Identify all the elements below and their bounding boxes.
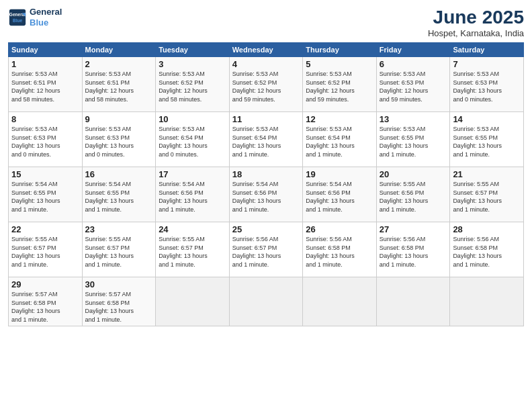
day-number: 10 xyxy=(159,114,226,124)
day-number: 15 xyxy=(11,169,79,179)
day-number: 11 xyxy=(232,114,300,124)
list-item: 24Sunrise: 5:55 AM Sunset: 6:57 PM Dayli… xyxy=(156,222,230,277)
list-item: 22Sunrise: 5:55 AM Sunset: 6:57 PM Dayli… xyxy=(9,222,83,277)
list-item: 9Sunrise: 5:53 AM Sunset: 6:53 PM Daylig… xyxy=(82,112,156,167)
day-number: 4 xyxy=(232,59,300,69)
calendar-container: General Blue General Blue June 2025 Hosp… xyxy=(0,0,532,411)
location: Hospet, Karnataka, India xyxy=(428,28,524,38)
list-item: 2Sunrise: 5:53 AM Sunset: 6:51 PM Daylig… xyxy=(82,57,156,112)
list-item xyxy=(229,277,303,326)
col-thursday: Thursday xyxy=(303,43,377,57)
header-row: Sunday Monday Tuesday Wednesday Thursday… xyxy=(9,43,524,57)
day-info: Sunrise: 5:53 AM Sunset: 6:54 PM Dayligh… xyxy=(232,125,300,158)
col-friday: Friday xyxy=(376,43,450,57)
list-item xyxy=(303,277,377,326)
day-info: Sunrise: 5:53 AM Sunset: 6:53 PM Dayligh… xyxy=(453,70,521,103)
day-number: 23 xyxy=(85,224,153,234)
day-number: 3 xyxy=(159,59,226,69)
day-info: Sunrise: 5:53 AM Sunset: 6:51 PM Dayligh… xyxy=(85,70,153,103)
calendar-header: Sunday Monday Tuesday Wednesday Thursday… xyxy=(9,43,524,57)
day-number: 12 xyxy=(306,114,373,124)
list-item xyxy=(376,277,450,326)
day-info: Sunrise: 5:56 AM Sunset: 6:58 PM Dayligh… xyxy=(453,235,521,269)
day-info: Sunrise: 5:54 AM Sunset: 6:56 PM Dayligh… xyxy=(159,180,226,214)
col-monday: Monday xyxy=(82,43,156,57)
list-item: 6Sunrise: 5:53 AM Sunset: 6:53 PM Daylig… xyxy=(376,57,450,112)
list-item: 3Sunrise: 5:53 AM Sunset: 6:52 PM Daylig… xyxy=(156,57,230,112)
list-item xyxy=(156,277,230,326)
day-number: 14 xyxy=(453,114,521,124)
list-item: 11Sunrise: 5:53 AM Sunset: 6:54 PM Dayli… xyxy=(229,112,303,167)
logo-text: General Blue xyxy=(30,7,62,28)
list-item: 10Sunrise: 5:53 AM Sunset: 6:54 PM Dayli… xyxy=(156,112,230,167)
day-info: Sunrise: 5:57 AM Sunset: 6:58 PM Dayligh… xyxy=(11,290,79,324)
day-info: Sunrise: 5:53 AM Sunset: 6:54 PM Dayligh… xyxy=(306,125,373,158)
list-item: 7Sunrise: 5:53 AM Sunset: 6:53 PM Daylig… xyxy=(450,57,524,112)
day-number: 30 xyxy=(85,279,153,289)
day-number: 16 xyxy=(85,169,153,179)
day-info: Sunrise: 5:54 AM Sunset: 6:55 PM Dayligh… xyxy=(11,180,79,214)
day-number: 6 xyxy=(380,59,447,69)
day-number: 28 xyxy=(453,224,521,234)
logo-icon: General Blue xyxy=(8,8,27,27)
list-item: 26Sunrise: 5:56 AM Sunset: 6:58 PM Dayli… xyxy=(303,222,377,277)
list-item: 29Sunrise: 5:57 AM Sunset: 6:58 PM Dayli… xyxy=(9,277,83,326)
day-number: 26 xyxy=(306,224,373,234)
list-item: 12Sunrise: 5:53 AM Sunset: 6:54 PM Dayli… xyxy=(303,112,377,167)
list-item xyxy=(450,277,524,326)
list-item: 28Sunrise: 5:56 AM Sunset: 6:58 PM Dayli… xyxy=(450,222,524,277)
day-info: Sunrise: 5:53 AM Sunset: 6:52 PM Dayligh… xyxy=(232,70,300,103)
day-info: Sunrise: 5:54 AM Sunset: 6:55 PM Dayligh… xyxy=(85,180,153,214)
day-info: Sunrise: 5:53 AM Sunset: 6:55 PM Dayligh… xyxy=(453,125,521,158)
day-number: 17 xyxy=(159,169,226,179)
table-row: 15Sunrise: 5:54 AM Sunset: 6:55 PM Dayli… xyxy=(9,167,524,222)
day-info: Sunrise: 5:54 AM Sunset: 6:56 PM Dayligh… xyxy=(306,180,373,214)
list-item: 1Sunrise: 5:53 AM Sunset: 6:51 PM Daylig… xyxy=(9,57,83,112)
day-number: 25 xyxy=(232,224,300,234)
table-row: 8Sunrise: 5:53 AM Sunset: 6:53 PM Daylig… xyxy=(9,112,524,167)
list-item: 30Sunrise: 5:57 AM Sunset: 6:58 PM Dayli… xyxy=(82,277,156,326)
day-info: Sunrise: 5:53 AM Sunset: 6:53 PM Dayligh… xyxy=(85,125,153,158)
logo: General Blue General Blue xyxy=(8,7,62,28)
col-wednesday: Wednesday xyxy=(229,43,303,57)
day-number: 27 xyxy=(380,224,447,234)
list-item: 4Sunrise: 5:53 AM Sunset: 6:52 PM Daylig… xyxy=(229,57,303,112)
svg-text:Blue: Blue xyxy=(13,17,22,22)
logo-line1: General xyxy=(30,7,62,17)
col-tuesday: Tuesday xyxy=(156,43,230,57)
list-item: 13Sunrise: 5:53 AM Sunset: 6:55 PM Dayli… xyxy=(376,112,450,167)
day-number: 29 xyxy=(11,279,79,289)
day-number: 13 xyxy=(380,114,447,124)
table-row: 22Sunrise: 5:55 AM Sunset: 6:57 PM Dayli… xyxy=(9,222,524,277)
day-info: Sunrise: 5:56 AM Sunset: 6:58 PM Dayligh… xyxy=(380,235,447,269)
list-item: 8Sunrise: 5:53 AM Sunset: 6:53 PM Daylig… xyxy=(9,112,83,167)
day-info: Sunrise: 5:53 AM Sunset: 6:53 PM Dayligh… xyxy=(11,125,79,158)
list-item: 21Sunrise: 5:55 AM Sunset: 6:57 PM Dayli… xyxy=(450,167,524,222)
calendar-body: 1Sunrise: 5:53 AM Sunset: 6:51 PM Daylig… xyxy=(9,57,524,326)
calendar-table: Sunday Monday Tuesday Wednesday Thursday… xyxy=(8,42,524,326)
header: General Blue General Blue June 2025 Hosp… xyxy=(8,7,524,38)
day-number: 22 xyxy=(11,224,79,234)
logo-line2: Blue xyxy=(30,17,48,28)
day-info: Sunrise: 5:55 AM Sunset: 6:57 PM Dayligh… xyxy=(11,235,79,269)
day-number: 19 xyxy=(306,169,373,179)
day-info: Sunrise: 5:53 AM Sunset: 6:53 PM Dayligh… xyxy=(380,70,447,103)
day-info: Sunrise: 5:55 AM Sunset: 6:57 PM Dayligh… xyxy=(453,180,521,214)
list-item: 27Sunrise: 5:56 AM Sunset: 6:58 PM Dayli… xyxy=(376,222,450,277)
list-item: 5Sunrise: 5:53 AM Sunset: 6:52 PM Daylig… xyxy=(303,57,377,112)
day-info: Sunrise: 5:55 AM Sunset: 6:57 PM Dayligh… xyxy=(159,235,226,269)
day-info: Sunrise: 5:53 AM Sunset: 6:52 PM Dayligh… xyxy=(159,70,226,103)
day-info: Sunrise: 5:53 AM Sunset: 6:51 PM Dayligh… xyxy=(11,70,79,103)
list-item: 23Sunrise: 5:55 AM Sunset: 6:57 PM Dayli… xyxy=(82,222,156,277)
table-row: 1Sunrise: 5:53 AM Sunset: 6:51 PM Daylig… xyxy=(9,57,524,112)
month-title: June 2025 xyxy=(428,7,524,28)
list-item: 25Sunrise: 5:56 AM Sunset: 6:57 PM Dayli… xyxy=(229,222,303,277)
list-item: 16Sunrise: 5:54 AM Sunset: 6:55 PM Dayli… xyxy=(82,167,156,222)
day-info: Sunrise: 5:55 AM Sunset: 6:56 PM Dayligh… xyxy=(380,180,447,214)
list-item: 17Sunrise: 5:54 AM Sunset: 6:56 PM Dayli… xyxy=(156,167,230,222)
day-info: Sunrise: 5:53 AM Sunset: 6:52 PM Dayligh… xyxy=(306,70,373,103)
col-sunday: Sunday xyxy=(9,43,83,57)
day-info: Sunrise: 5:56 AM Sunset: 6:58 PM Dayligh… xyxy=(306,235,373,269)
day-info: Sunrise: 5:56 AM Sunset: 6:57 PM Dayligh… xyxy=(232,235,300,269)
day-info: Sunrise: 5:53 AM Sunset: 6:54 PM Dayligh… xyxy=(159,125,226,158)
